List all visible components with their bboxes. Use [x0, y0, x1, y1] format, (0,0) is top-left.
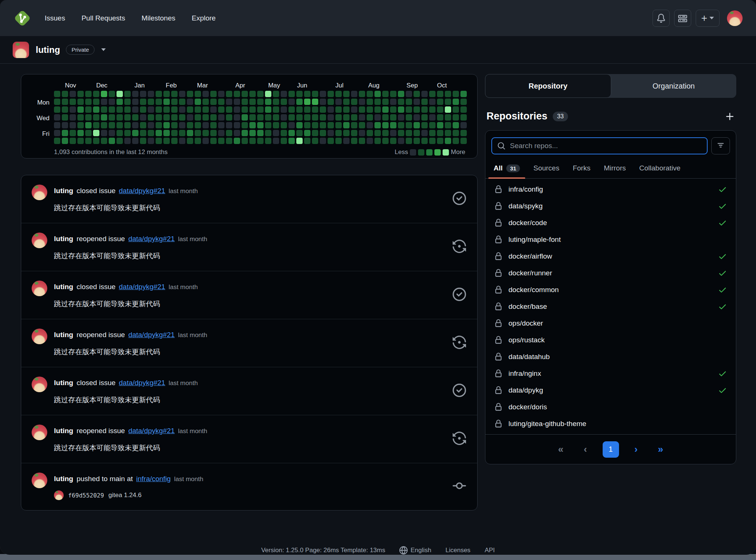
heatmap-cell[interactable]: [163, 91, 170, 97]
feed-target-link[interactable]: data/dpykg#21: [128, 235, 175, 243]
pagination-current-page[interactable]: 1: [603, 441, 619, 458]
nav-link-issues[interactable]: Issues: [45, 14, 65, 22]
heatmap-cell[interactable]: [242, 138, 248, 144]
heatmap-cell[interactable]: [281, 106, 287, 113]
heatmap-cell[interactable]: [202, 114, 209, 121]
heatmap-cell[interactable]: [77, 114, 84, 121]
heatmap-cell[interactable]: [406, 114, 412, 121]
heatmap-cell[interactable]: [101, 122, 107, 128]
heatmap-cell[interactable]: [312, 114, 318, 121]
heatmap-cell[interactable]: [406, 138, 412, 144]
heatmap-cell[interactable]: [296, 106, 303, 113]
gitea-logo-icon[interactable]: [13, 9, 32, 28]
heatmap-cell[interactable]: [320, 106, 326, 113]
heatmap-cell[interactable]: [414, 138, 420, 144]
heatmap-cell[interactable]: [249, 130, 256, 136]
heatmap-cell[interactable]: [218, 138, 224, 144]
heatmap-cell[interactable]: [210, 138, 217, 144]
heatmap-cell[interactable]: [93, 114, 99, 121]
heatmap-cell[interactable]: [163, 138, 170, 144]
heatmap-cell[interactable]: [265, 99, 271, 105]
heatmap-cell[interactable]: [359, 106, 365, 113]
heatmap-cell[interactable]: [328, 91, 334, 97]
nav-link-milestones[interactable]: Milestones: [141, 14, 175, 22]
heatmap-cell[interactable]: [414, 106, 420, 113]
heatmap-cell[interactable]: [132, 91, 138, 97]
heatmap-cell[interactable]: [273, 99, 279, 105]
heatmap-cell[interactable]: [281, 114, 287, 121]
heatmap-cell[interactable]: [202, 130, 209, 136]
heatmap-cell[interactable]: [367, 122, 373, 128]
heatmap-cell[interactable]: [210, 114, 217, 121]
heatmap-cell[interactable]: [288, 106, 295, 113]
heatmap-cell[interactable]: [335, 114, 342, 121]
heatmap-cell[interactable]: [296, 138, 303, 144]
heatmap-cell[interactable]: [70, 106, 76, 113]
heatmap-cell[interactable]: [421, 138, 428, 144]
heatmap-cell[interactable]: [453, 138, 459, 144]
heatmap-cell[interactable]: [54, 99, 60, 105]
heatmap-cell[interactable]: [195, 99, 201, 105]
heatmap-cell[interactable]: [304, 130, 310, 136]
heatmap-cell[interactable]: [460, 114, 467, 121]
heatmap-cell[interactable]: [109, 99, 115, 105]
heatmap-cell[interactable]: [320, 99, 326, 105]
heatmap-cell[interactable]: [343, 99, 350, 105]
heatmap-cell[interactable]: [288, 122, 295, 128]
heatmap-cell[interactable]: [234, 99, 240, 105]
heatmap-cell[interactable]: [187, 122, 193, 128]
repo-row[interactable]: infra/nginx: [485, 365, 736, 382]
heatmap-cell[interactable]: [249, 122, 256, 128]
heatmap-cell[interactable]: [382, 91, 389, 97]
feed-target-link[interactable]: data/dpykg#21: [128, 331, 175, 339]
heatmap-cell[interactable]: [382, 138, 389, 144]
heatmap-cell[interactable]: [367, 114, 373, 121]
heatmap-cell[interactable]: [187, 130, 193, 136]
heatmap-cell[interactable]: [257, 106, 264, 113]
heatmap-cell[interactable]: [257, 130, 264, 136]
repo-row[interactable]: docker/runner: [485, 265, 736, 281]
repo-row[interactable]: data/dpykg: [485, 382, 736, 399]
heatmap-cell[interactable]: [163, 106, 170, 113]
heatmap-cell[interactable]: [187, 106, 193, 113]
heatmap-cell[interactable]: [148, 91, 154, 97]
feed-user-link[interactable]: luting: [54, 235, 73, 243]
heatmap-cell[interactable]: [281, 99, 287, 105]
heatmap-cell[interactable]: [242, 106, 248, 113]
heatmap-cell[interactable]: [296, 99, 303, 105]
pagination-next-button[interactable]: ›: [629, 444, 644, 455]
feed-user-link[interactable]: luting: [54, 475, 73, 483]
heatmap-cell[interactable]: [140, 122, 146, 128]
heatmap-cell[interactable]: [265, 130, 271, 136]
heatmap-cell[interactable]: [210, 130, 217, 136]
heatmap-cell[interactable]: [429, 91, 436, 97]
heatmap-cell[interactable]: [218, 122, 224, 128]
heatmap-cell[interactable]: [210, 122, 217, 128]
heatmap-cell[interactable]: [171, 122, 178, 128]
heatmap-cell[interactable]: [273, 130, 279, 136]
heatmap-cell[interactable]: [70, 122, 76, 128]
heatmap-cell[interactable]: [62, 122, 68, 128]
repo-row[interactable]: docker/common: [485, 281, 736, 298]
heatmap-cell[interactable]: [281, 138, 287, 144]
heatmap-cell[interactable]: [453, 106, 459, 113]
heatmap-cell[interactable]: [414, 99, 420, 105]
repo-search-input[interactable]: [510, 142, 702, 150]
heatmap-cell[interactable]: [328, 114, 334, 121]
heatmap-cell[interactable]: [109, 130, 115, 136]
feed-avatar[interactable]: [32, 377, 47, 392]
heatmap-cell[interactable]: [202, 106, 209, 113]
heatmap-cell[interactable]: [296, 114, 303, 121]
heatmap-cell[interactable]: [54, 106, 60, 113]
heatmap-cell[interactable]: [398, 106, 404, 113]
heatmap-cell[interactable]: [226, 91, 232, 97]
heatmap-cell[interactable]: [296, 130, 303, 136]
heatmap-cell[interactable]: [351, 130, 357, 136]
repo-row[interactable]: data/datahub: [485, 348, 736, 365]
heatmap-cell[interactable]: [429, 130, 436, 136]
heatmap-cell[interactable]: [77, 99, 84, 105]
heatmap-cell[interactable]: [85, 106, 92, 113]
heatmap-cell[interactable]: [343, 106, 350, 113]
heatmap-cell[interactable]: [304, 106, 310, 113]
feed-target-link[interactable]: data/dpykg#21: [119, 379, 165, 387]
